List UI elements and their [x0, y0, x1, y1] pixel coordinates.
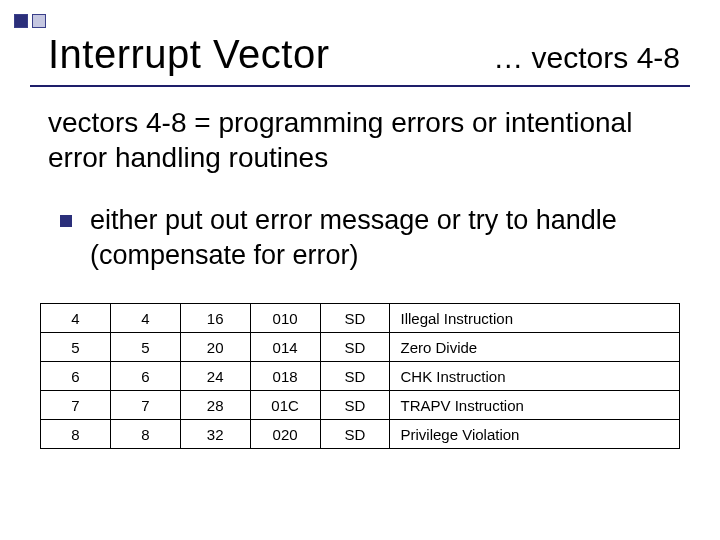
slide-subtitle: … vectors 4-8	[493, 41, 680, 75]
title-row: Interrupt Vector … vectors 4-8	[48, 32, 680, 77]
cell-space: SD	[320, 304, 390, 333]
table-row: 6 6 24 018 SD CHK Instruction	[41, 362, 680, 391]
cell-vec-dec: 5	[41, 333, 111, 362]
cell-offset-dec: 16	[180, 304, 250, 333]
corner-decoration	[14, 14, 46, 28]
cell-offset-dec: 32	[180, 420, 250, 449]
cell-offset-dec: 24	[180, 362, 250, 391]
bullet-text: either put out error message or try to h…	[90, 203, 680, 273]
cell-offset-dec: 28	[180, 391, 250, 420]
cell-offset-hex: 014	[250, 333, 320, 362]
square-icon	[32, 14, 46, 28]
cell-description: Zero Divide	[390, 333, 680, 362]
cell-space: SD	[320, 420, 390, 449]
cell-description: TRAPV Instruction	[390, 391, 680, 420]
cell-vec-dec: 8	[41, 420, 111, 449]
cell-vec-num: 5	[110, 333, 180, 362]
cell-description: Illegal Instruction	[390, 304, 680, 333]
cell-vec-dec: 6	[41, 362, 111, 391]
divider	[30, 85, 690, 87]
cell-vec-num: 7	[110, 391, 180, 420]
table-row: 4 4 16 010 SD Illegal Instruction	[41, 304, 680, 333]
intro-text: vectors 4-8 = programming errors or inte…	[48, 105, 680, 175]
slide: Interrupt Vector … vectors 4-8 vectors 4…	[0, 0, 720, 540]
table-row: 5 5 20 014 SD Zero Divide	[41, 333, 680, 362]
cell-description: CHK Instruction	[390, 362, 680, 391]
cell-vec-num: 6	[110, 362, 180, 391]
vector-table: 4 4 16 010 SD Illegal Instruction 5 5 20…	[40, 303, 680, 449]
cell-vec-num: 8	[110, 420, 180, 449]
cell-space: SD	[320, 362, 390, 391]
bullet-icon	[60, 215, 72, 227]
cell-offset-hex: 010	[250, 304, 320, 333]
cell-offset-hex: 01C	[250, 391, 320, 420]
square-icon	[14, 14, 28, 28]
cell-offset-hex: 018	[250, 362, 320, 391]
cell-vec-num: 4	[110, 304, 180, 333]
table-row: 7 7 28 01C SD TRAPV Instruction	[41, 391, 680, 420]
cell-vec-dec: 4	[41, 304, 111, 333]
cell-offset-hex: 020	[250, 420, 320, 449]
cell-space: SD	[320, 391, 390, 420]
table-row: 8 8 32 020 SD Privilege Violation	[41, 420, 680, 449]
slide-title: Interrupt Vector	[48, 32, 329, 77]
cell-space: SD	[320, 333, 390, 362]
bullet-item: either put out error message or try to h…	[60, 203, 680, 273]
cell-vec-dec: 7	[41, 391, 111, 420]
cell-offset-dec: 20	[180, 333, 250, 362]
cell-description: Privilege Violation	[390, 420, 680, 449]
